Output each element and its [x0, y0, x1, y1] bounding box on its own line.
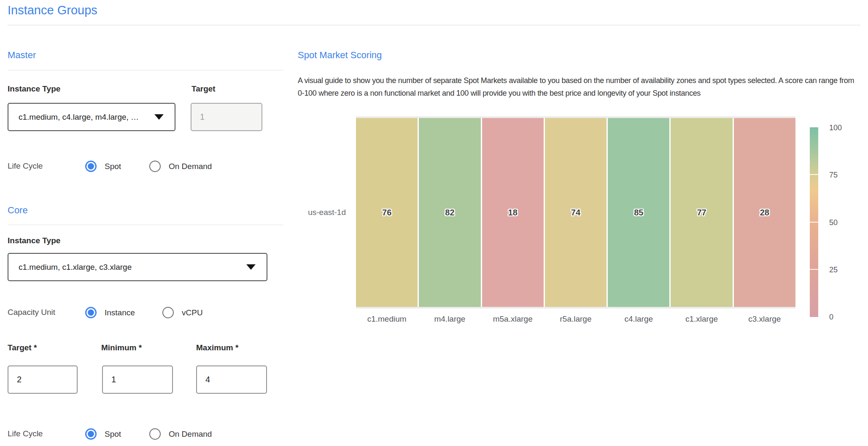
heatmap-cell-value: 74	[571, 208, 580, 218]
master-life-cycle-option-spot[interactable]: Spot	[105, 162, 121, 171]
spot-market-scoring-heading: Spot Market Scoring	[298, 50, 382, 61]
heatmap-cell[interactable]: 77	[671, 118, 732, 307]
colorbar-separator	[810, 174, 818, 175]
heatmap-cells: 76821874857728	[356, 118, 795, 307]
core-instance-type-dropdown[interactable]: c1.medium, c1.xlarge, c3.xlarge	[8, 253, 267, 281]
colorbar-tick-label: 75	[829, 171, 838, 180]
core-life-cycle-radio-spot[interactable]	[85, 428, 97, 440]
core-capacity-unit-option-instance[interactable]: Instance	[105, 308, 135, 317]
heatmap-cell[interactable]: 85	[608, 118, 669, 307]
heatmap-col-label: c4.large	[608, 314, 669, 324]
heatmap-cell[interactable]: 74	[545, 118, 607, 307]
colorbar-tick-label: 50	[829, 218, 838, 227]
heatmap-col-label: c1.xlarge	[671, 314, 732, 324]
master-instance-type-label: Instance Type	[8, 84, 60, 94]
heatmap: 76821874857728	[356, 116, 795, 309]
heatmap-cell-value: 76	[382, 208, 391, 218]
heatmap-cell[interactable]: 76	[356, 118, 418, 307]
colorbar-separator	[810, 222, 818, 223]
heatmap-col-label: c3.xlarge	[734, 314, 795, 324]
core-life-cycle-option-spot[interactable]: Spot	[105, 430, 121, 439]
caret-down-icon	[246, 264, 256, 270]
core-life-cycle-option-on-demand[interactable]: On Demand	[169, 430, 212, 439]
master-target-label: Target	[191, 84, 216, 94]
core-life-cycle-radio-on-demand[interactable]	[149, 428, 161, 440]
divider	[8, 25, 860, 25]
heatmap-col-label: m4.large	[419, 314, 480, 324]
colorbar-tick-label: 100	[829, 124, 842, 132]
core-life-cycle-label: Life Cycle	[8, 429, 43, 438]
heatmap-cell-value: 28	[760, 208, 769, 218]
heatmap-cell-value: 82	[445, 208, 454, 218]
core-instance-type-value: c1.medium, c1.xlarge, c3.xlarge	[19, 263, 241, 272]
core-target-label: Target *	[8, 343, 37, 352]
page-title: Instance Groups	[8, 3, 97, 17]
core-capacity-unit-radio-vcpu[interactable]	[162, 307, 174, 318]
caret-down-icon	[154, 114, 164, 120]
master-life-cycle-label: Life Cycle	[8, 161, 43, 171]
heatmap-frame-bottom	[356, 307, 795, 309]
colorbar-separator	[810, 269, 818, 270]
heatmap-cell[interactable]: 82	[419, 118, 480, 307]
heatmap-cell[interactable]: 28	[734, 118, 795, 307]
heatmap-cell-value: 77	[697, 208, 706, 218]
core-capacity-unit-radio-instance[interactable]	[85, 307, 97, 318]
heatmap-cell[interactable]: 18	[482, 118, 544, 307]
heatmap-col-label: m5a.xlarge	[482, 314, 544, 324]
master-instance-type-dropdown[interactable]: c1.medium, c4.large, m4.large, …	[8, 103, 175, 131]
core-capacity-unit-label: Capacity Unit	[8, 308, 55, 317]
divider	[8, 225, 283, 225]
heatmap-col-label: c1.medium	[356, 314, 418, 324]
master-instance-type-value: c1.medium, c4.large, m4.large, …	[19, 113, 149, 122]
heatmap-row-label: us-east-1d	[278, 116, 346, 309]
heatmap-col-label: r5a.large	[545, 314, 607, 324]
master-target-input	[191, 103, 262, 131]
colorbar	[810, 127, 818, 317]
heatmap-cell-value: 18	[508, 208, 518, 218]
master-section-heading: Master	[8, 50, 36, 61]
spot-market-scoring-description: A visual guide to show you the number of…	[298, 74, 861, 99]
colorbar-tick-label: 0	[829, 313, 833, 322]
heatmap-col-labels: c1.mediumm4.largem5a.xlarger5a.largec4.l…	[356, 314, 795, 324]
divider	[8, 70, 283, 70]
heatmap-cell-value: 85	[634, 208, 643, 218]
core-maximum-label: Maximum *	[196, 343, 238, 352]
core-minimum-input[interactable]	[102, 365, 173, 394]
instance-groups-page: Instance Groups Master Instance Type c1.…	[0, 0, 868, 446]
master-life-cycle-option-on-demand[interactable]: On Demand	[169, 162, 212, 171]
colorbar-tick-label: 25	[829, 266, 838, 274]
core-target-input[interactable]	[8, 365, 78, 394]
master-life-cycle-radio-on-demand[interactable]	[149, 161, 161, 172]
core-instance-type-label: Instance Type	[8, 236, 60, 245]
core-section-heading: Core	[8, 205, 28, 216]
core-capacity-unit-option-vcpu[interactable]: vCPU	[182, 308, 203, 317]
core-maximum-input[interactable]	[196, 365, 267, 394]
master-life-cycle-radio-spot[interactable]	[85, 161, 97, 172]
core-minimum-label: Minimum *	[101, 343, 142, 352]
